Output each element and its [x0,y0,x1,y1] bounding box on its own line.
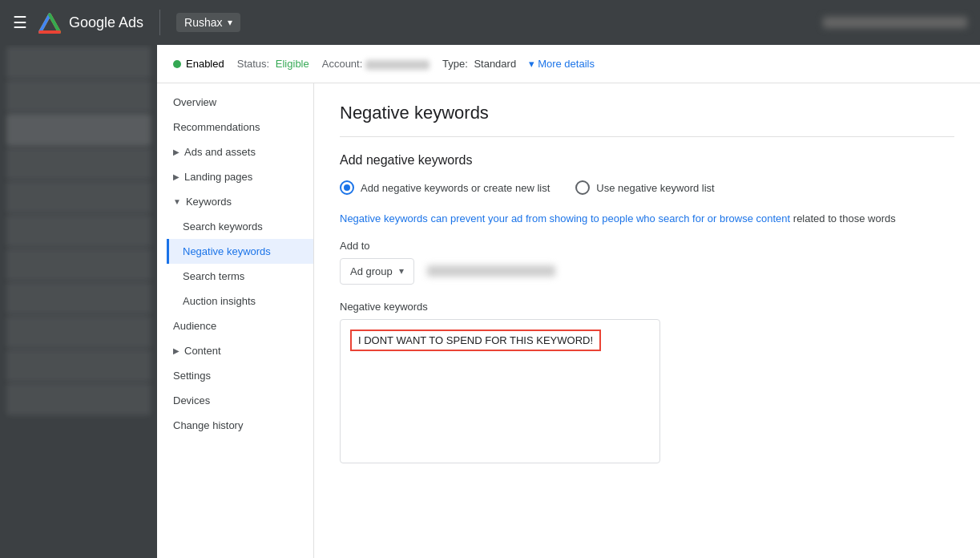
sidebar-blur-1 [6,46,151,79]
sidebar-item-audience[interactable]: Audience [157,313,313,338]
add-to-row: Ad group ▾ [340,258,954,285]
settings-label: Settings [173,370,211,382]
radio-use-label: Use negative keyword list [596,182,714,194]
section-title: Add negative keywords [340,153,954,168]
sidebar-blur-7 [6,249,151,281]
account-chevron-icon: ▾ [228,17,232,28]
sidebar-item-negative-keywords[interactable]: Negative keywords [167,239,313,264]
logo-container: Google Ads [37,10,143,35]
chevron-down-icon: ▾ [529,58,534,70]
search-keywords-label: Search keywords [183,220,263,232]
radio-add-inner [344,184,350,191]
type-item: Type: Standard [442,58,516,70]
sidebar-blur-2 [6,80,151,112]
info-text-normal: related to those words [790,212,896,224]
sidebar-section-keywords[interactable]: ▼ Keywords [157,189,313,214]
account-label: Account: [322,58,363,70]
overview-label: Overview [173,96,216,108]
type-label: Type: [442,58,468,70]
content-area: Overview Recommendations ▶ Ads and asset… [157,83,980,558]
inner-sidebar: Overview Recommendations ▶ Ads and asset… [157,83,314,558]
sidebar-section-landing-pages[interactable]: ▶ Landing pages [157,164,313,189]
account-value-blurred [365,60,430,70]
sidebar-blur-5 [6,181,151,213]
main-layout: Enabled Status: Eligible Account: Type: … [0,45,980,558]
radio-add-label: Add negative keywords or create new list [361,182,550,194]
audience-label: Audience [173,320,216,332]
keywords-textarea-wrapper[interactable]: I DONT WANT TO SPEND FOR THIS KEYWORD! [340,319,660,463]
google-ads-logo [37,10,63,35]
ads-assets-label: Ads and assets [184,146,256,158]
dropdown-chevron-icon: ▾ [399,265,404,277]
nav-info [823,17,967,28]
dropdown-label: Ad group [350,265,393,277]
ads-assets-expand-icon: ▶ [173,148,179,156]
status-enabled: Enabled [173,58,224,70]
page-title: Negative keywords [340,103,954,137]
sidebar-item-settings[interactable]: Settings [157,363,313,388]
sidebar-section-content[interactable]: ▶ Content [157,338,313,363]
radio-add-outer [340,180,354,195]
enabled-label: Enabled [186,58,224,70]
more-details-link[interactable]: ▾ More details [529,58,595,70]
add-to-value-blurred [427,265,555,277]
sidebar-blur-9 [6,316,151,348]
sidebar-blur-4 [6,148,151,180]
sidebar-left [0,45,157,558]
status-value: Eligible [276,58,309,70]
auction-insights-label: Auction insights [183,295,256,307]
sidebar-blur-6 [6,215,151,247]
radio-use-outer [575,180,590,195]
enabled-dot [173,60,181,68]
radio-group: Add negative keywords or create new list… [340,180,954,195]
info-text: Negative keywords can prevent your ad fr… [340,211,954,227]
type-value: Standard [474,58,516,70]
search-terms-label: Search terms [183,270,244,282]
negative-keywords-label: Negative keywords [183,245,271,257]
sidebar-item-change-history[interactable]: Change history [157,413,313,438]
right-panel: Enabled Status: Eligible Account: Type: … [157,45,980,558]
svg-line-3 [50,14,59,32]
sidebar-item-search-keywords[interactable]: Search keywords [167,214,313,239]
devices-label: Devices [173,394,210,406]
sidebar-blur-3 [6,114,151,146]
logo-text: Google Ads [69,14,143,31]
keyword-highlight-box: I DONT WANT TO SPEND FOR THIS KEYWORD! [350,330,601,351]
neg-keywords-label: Negative keywords [340,301,954,313]
nav-divider [159,10,160,35]
content-label: Content [184,345,221,357]
add-to-label: Add to [340,240,954,252]
keywords-children: Search keywords Negative keywords Search… [157,214,313,313]
info-text-blue: Negative keywords can prevent your ad fr… [340,212,790,224]
svg-line-2 [40,14,50,32]
top-nav: ☰ Google Ads Rushax ▾ [0,0,980,45]
sidebar-item-devices[interactable]: Devices [157,388,313,413]
recommendations-label: Recommendations [173,121,260,133]
nav-right [823,17,967,28]
sidebar-blur-8 [6,282,151,314]
landing-pages-label: Landing pages [184,171,252,183]
landing-pages-expand-icon: ▶ [173,172,179,181]
change-history-label: Change history [173,419,243,431]
content-expand-icon: ▶ [173,346,179,355]
sidebar-item-overview[interactable]: Overview [157,90,313,115]
status-bar: Enabled Status: Eligible Account: Type: … [157,45,980,83]
account-selector[interactable]: Rushax ▾ [176,13,240,32]
keywords-label: Keywords [186,196,232,208]
sidebar-item-auction-insights[interactable]: Auction insights [167,289,313,313]
account-name: Rushax [184,16,222,29]
ad-group-dropdown[interactable]: Ad group ▾ [340,258,414,285]
hamburger-icon[interactable]: ☰ [13,13,27,32]
sidebar-item-search-terms[interactable]: Search terms [167,264,313,289]
sidebar-section-ads-assets[interactable]: ▶ Ads and assets [157,140,313,164]
sidebar-blur-10 [6,350,151,382]
sidebar-item-recommendations[interactable]: Recommendations [157,115,313,140]
radio-option-add[interactable]: Add negative keywords or create new list [340,180,550,195]
status-item: Status: Eligible [237,58,309,70]
status-label: Status: [237,58,269,70]
account-item: Account: [322,58,430,70]
sidebar-blur-11 [6,383,151,415]
radio-option-use[interactable]: Use negative keyword list [575,180,714,195]
more-details-label: More details [538,58,595,70]
main-content: Negative keywords Add negative keywords … [314,83,980,558]
